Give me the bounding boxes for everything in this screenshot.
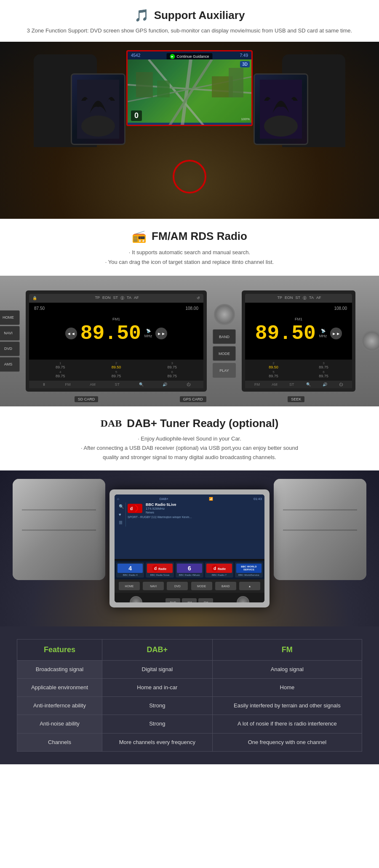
headrest-left — [34, 54, 97, 147]
gps-km-label: 4542 — [131, 53, 140, 58]
radio-presets-2: 289.50 389.75 589.75 689.75 — [245, 360, 352, 381]
freq-right-1: 108.00 — [185, 306, 198, 311]
next-btn-2[interactable]: ►► — [330, 328, 342, 339]
home-btn[interactable]: HOME — [0, 310, 20, 325]
dab-ch3[interactable]: 6 BBC Radio 4Music — [176, 562, 203, 578]
feature-cell: Anti-interfernce ability — [17, 697, 102, 715]
feature-cell: Channels — [17, 733, 102, 751]
dab-sidebar: 🔍 ♥ ☰ — [117, 503, 126, 527]
radio-title: FM/AM RDS Radio — [152, 230, 247, 243]
mode-unit-btn[interactable]: MODE — [191, 582, 212, 590]
gps-card-label: GPS CARD — [180, 396, 206, 402]
car-right-panel — [274, 479, 366, 580]
dab-station-logo: d — [128, 504, 142, 513]
comparison-table: Features DAB+ FM Broadcasting signalDigi… — [17, 639, 362, 752]
dab-logo: DAB — [101, 418, 122, 429]
right-volume-knob[interactable] — [361, 331, 379, 352]
dab-ch5[interactable]: BBC WORLD SERVICE BBC WorldService — [235, 562, 263, 578]
radio-freq-display-1: 87.50 108.00 FM1 ◄◄ 89.50 📡 MHz ►► — [29, 303, 203, 360]
gps-header: 4542 ▶ Continue Guidance 7:49 — [128, 51, 251, 59]
car-unit-bottom: DVD AM FM — [115, 593, 264, 602]
car-unit: ⌂ DAB+ 📶 01:43 🔍 ♥ ☰ — [109, 489, 270, 607]
svg-text:Radle: Radle — [218, 567, 226, 570]
arrow-unit-btn[interactable]: ▲ — [239, 582, 260, 590]
band-btn[interactable]: BAND — [213, 329, 236, 344]
big-freq-1: 89.50 — [80, 322, 141, 345]
fm-cell: A lot of nosie if there is radio interfe… — [212, 715, 362, 733]
mode-btn[interactable]: MODE — [213, 346, 236, 361]
th-features: Features — [17, 639, 102, 660]
radio-section: 📻 FM/AM RDS Radio · It supports automati… — [0, 219, 379, 276]
table-row: Anti-noise abilityStrongA lot of nosie i… — [17, 715, 362, 733]
gps-map: 3D 0 100% — [128, 59, 251, 123]
play-btn[interactable]: PLAY — [213, 363, 236, 378]
table-row: ChannelsMore channels every frequencyOne… — [17, 733, 362, 751]
headrest-right — [282, 54, 345, 147]
dvd-btn[interactable]: DVD — [0, 341, 20, 356]
right-unit-knob[interactable] — [237, 596, 249, 602]
radio-device-area: HOME NAVI DVD AMS 🔒 TPEONSTⓖTAAF ↺ 87.50 — [0, 276, 379, 406]
dab-channels: 4 BBC Radio 4 d Radle BBC Radio 5Live 6 — [115, 561, 264, 579]
radio-bottom-bar-1: ⏸ FM AM ST 🔍 🔊 ⏻ — [29, 381, 203, 388]
dab-section: DAB DAB+ Tuner Ready (optional) · Enjoy … — [0, 406, 379, 470]
monitor-right-screen — [255, 75, 307, 144]
navi-unit-btn[interactable]: NAVI — [143, 582, 164, 590]
am-small-btn[interactable]: AM — [182, 598, 197, 602]
radio-bottom-labels: SD CARD GPS CARD SEEK — [34, 396, 345, 402]
feature-cell: Applicable environment — [17, 679, 102, 697]
svg-rect-8 — [157, 81, 170, 97]
home-unit-btn[interactable]: HOME — [119, 582, 140, 590]
radio-side-nav-left: HOME NAVI DVD AMS — [0, 310, 20, 372]
seek-label: SEEK — [288, 396, 304, 402]
dab-station-info: d BBC Radio 5Live 174.928MHz News — [128, 503, 262, 514]
ams-btn[interactable]: AMS — [0, 357, 20, 372]
svg-text:d: d — [154, 566, 157, 571]
gps-time: 7:49 — [240, 53, 248, 58]
volume-knob[interactable] — [214, 304, 235, 325]
dab-news: News — [146, 511, 176, 514]
svg-point-12 — [264, 116, 298, 137]
car-image-area: 4542 ▶ Continue Guidance 7:49 3D — [0, 42, 379, 219]
aux-desc: 3 Zone Function Support: DVD screen show… — [25, 27, 354, 35]
fm-cell: Home — [212, 679, 362, 697]
aux-header: 🎵 Support Auxiliary — [25, 8, 354, 22]
dab-car-area: ⌂ DAB+ 📶 01:43 🔍 ♥ ☰ — [0, 470, 379, 626]
dab-ch1[interactable]: 4 BBC Radio 4 — [116, 562, 144, 578]
dab-ch2[interactable]: d Radle BBC Radio 5Live — [146, 562, 173, 578]
mode-label-1: FM1 — [112, 317, 120, 321]
radio-bottom-bar-2: FM AM ST 🔍 🔊 ⏻ — [245, 381, 352, 388]
aux-section: 🎵 Support Auxiliary 3 Zone Function Supp… — [0, 0, 379, 42]
left-unit-knob[interactable] — [130, 596, 142, 602]
fm-small-btn[interactable]: FM — [198, 598, 213, 602]
dab-ch4[interactable]: d Radle BBC Radio 7 — [205, 562, 233, 578]
band-unit-btn[interactable]: BAND — [215, 582, 236, 590]
next-btn-1[interactable]: ►► — [155, 328, 167, 339]
monitor-right — [254, 73, 308, 145]
comparison-section: Features DAB+ FM Broadcasting signalDigi… — [0, 626, 379, 764]
th-fm: FM — [212, 639, 362, 660]
dvd-small-btn[interactable]: DVD — [165, 598, 180, 602]
dvd-unit-btn[interactable]: DVD — [167, 582, 188, 590]
fm-cell: Easily interfered by terrain and other s… — [212, 697, 362, 715]
radio-header: 📻 FM/AM RDS Radio — [25, 229, 354, 243]
table-row: Broadcasting signalDigital signalAnalog … — [17, 660, 362, 678]
feature-cell: Broadcasting signal — [17, 660, 102, 678]
dab-cell: More channels every frequency — [102, 733, 212, 751]
prev-btn-1[interactable]: ◄◄ — [65, 328, 77, 339]
navi-btn[interactable]: NAVI — [0, 326, 20, 341]
big-freq-2: 89.50 — [255, 322, 316, 345]
dab-screen-header: ⌂ DAB+ 📶 01:43 — [117, 497, 262, 501]
radio-icon: 📻 — [132, 229, 147, 243]
freq-right-2: 108.00 — [334, 306, 347, 311]
aux-title: Support Auxiliary — [154, 9, 245, 22]
radio-top-bar: 🔒 TPEONSTⓖTAAF ↺ — [29, 294, 203, 303]
dab-cell: Strong — [102, 697, 212, 715]
continue-guidance: ▶ Continue Guidance — [166, 53, 212, 60]
fm-cell: Analog signal — [212, 660, 362, 678]
svg-text:Radle: Radle — [158, 567, 166, 570]
dab-desc: · Enjoy Audiophile-level Sound in your C… — [25, 434, 354, 462]
radio-right-controls — [361, 331, 379, 352]
svg-point-1 — [81, 116, 115, 137]
aux-icon: 🎵 — [134, 8, 149, 22]
dab-cell: Strong — [102, 715, 212, 733]
